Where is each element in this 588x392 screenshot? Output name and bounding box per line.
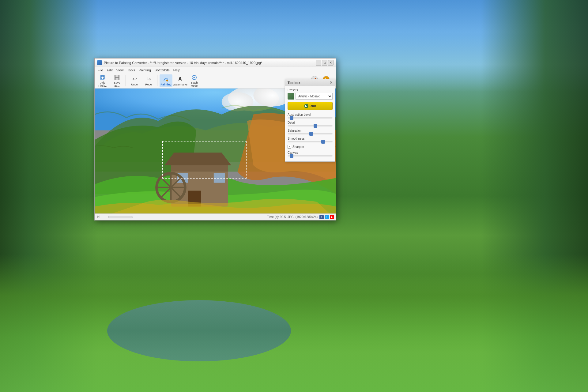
saturation-track (288, 133, 333, 134)
bg-grass (0, 254, 588, 392)
presets-label: Presets (288, 89, 333, 92)
run-label: Run (310, 104, 316, 108)
save-icon (114, 74, 120, 81)
menu-edit[interactable]: Edit (105, 68, 115, 73)
menu-softorbits[interactable]: SoftOrbits (153, 68, 172, 73)
facebook-share-icon[interactable]: f (319, 215, 324, 219)
batch-icon (191, 74, 198, 81)
abstraction-thumb[interactable] (290, 116, 293, 120)
sharpen-row[interactable]: ✓ Sharpen (288, 145, 333, 149)
title-bar-controls: — □ ✕ (316, 60, 334, 66)
status-right: Time (s): 90.5 JPG (1920x1280x24) f t ▶ (267, 215, 334, 219)
dimensions-label: (1920x1280x24) (296, 215, 318, 219)
painting-button[interactable]: Painting (160, 74, 172, 87)
canvas-label: Canvas (288, 151, 333, 154)
canvas-thumb[interactable] (290, 154, 293, 158)
twitter-share-icon[interactable]: t (325, 215, 329, 219)
add-files-button[interactable]: AddFile(s... (96, 74, 109, 88)
toolbox-title: Toolbox (288, 81, 300, 85)
sharpen-label: Sharpen (292, 145, 304, 149)
title-bar-left: Picture to Painting Converter - ****Unre… (97, 60, 262, 65)
toolbox-close-button[interactable]: ✕ (330, 81, 333, 85)
detail-slider-row: Detail (288, 121, 333, 126)
canvas-slider-row: Canvas (288, 151, 333, 156)
menu-tools[interactable]: Tools (125, 68, 137, 73)
batch-mode-label: BatchMode (190, 81, 198, 88)
sharpen-checkbox[interactable]: ✓ (288, 145, 291, 149)
painting-icon (163, 76, 169, 82)
time-label: Time (s): 90.5 (267, 215, 286, 219)
saturation-slider-row: Saturation (288, 129, 333, 134)
abstraction-label: Abstraction Level (288, 113, 333, 116)
undo-button[interactable]: ↩ Undo (128, 74, 141, 87)
preset-select[interactable]: Artistic - Mosaic Watercolor Oil Paint S… (296, 93, 333, 100)
watermarks-icon: A (177, 76, 183, 82)
undo-label: Undo (131, 83, 138, 86)
watermarks-button[interactable]: A Watermarks (174, 74, 187, 87)
redo-icon: ↪ (145, 76, 152, 82)
save-as-button[interactable]: Saveas... (111, 74, 123, 88)
menu-help[interactable]: Help (172, 68, 182, 73)
smoothness-label: Smoothness (288, 137, 333, 140)
preset-row: Artistic - Mosaic Watercolor Oil Paint S… (288, 93, 333, 100)
title-bar: Picture to Painting Converter - ****Unre… (95, 58, 336, 67)
toolbox-panel: Toolbox ✕ Presets Artistic - Mosaic Wate… (285, 79, 335, 162)
svg-rect-1 (101, 75, 105, 79)
svg-rect-19 (214, 173, 225, 183)
save-as-label: Saveas... (114, 81, 120, 88)
add-files-label: AddFile(s... (98, 81, 107, 88)
detail-thumb[interactable] (314, 124, 317, 128)
window-title: Picture to Painting Converter - ****Unre… (104, 61, 262, 65)
status-bar: 1:1 Time (s): 90.5 JPG (1920x1280x24) f … (95, 213, 336, 220)
preset-icon (288, 93, 294, 100)
batch-mode-button[interactable]: BatchMode (188, 74, 201, 88)
close-button[interactable]: ✕ (328, 60, 334, 66)
menu-view[interactable]: View (115, 68, 126, 73)
painting-label: Painting (160, 83, 172, 86)
youtube-share-icon[interactable]: ▶ (330, 215, 334, 219)
toolbar-separator-2 (157, 75, 157, 86)
svg-rect-7 (116, 78, 118, 80)
detail-label: Detail (288, 121, 333, 124)
bg-stream (107, 300, 291, 361)
menu-painting[interactable]: Painting (137, 68, 153, 73)
toolbox-header: Toolbox ✕ (285, 79, 335, 86)
watermarks-label: Watermarks (173, 83, 187, 86)
redo-label: Redo (145, 83, 152, 86)
toolbar-separator-1 (126, 75, 126, 86)
redo-button[interactable]: ↪ Redo (142, 74, 155, 87)
zoom-slider[interactable] (108, 216, 133, 218)
menu-bar: File Edit View Tools Painting SoftOrbits… (95, 67, 336, 73)
svg-rect-15 (171, 165, 228, 172)
maximize-button[interactable]: □ (322, 60, 327, 66)
saturation-thumb[interactable] (309, 132, 313, 136)
run-icon: ▶ (304, 104, 308, 108)
abstraction-track (288, 117, 333, 119)
svg-rect-5 (115, 75, 119, 77)
format-label: JPG (288, 215, 293, 219)
menu-file[interactable]: File (96, 68, 105, 73)
smoothness-track (288, 141, 333, 142)
minimize-button[interactable]: — (316, 60, 321, 66)
smoothness-thumb[interactable] (321, 140, 325, 144)
abstraction-slider-row: Abstraction Level (288, 113, 333, 119)
add-files-icon (100, 74, 106, 81)
toolbox-body: Presets Artistic - Mosaic Watercolor Oil… (285, 86, 335, 161)
smoothness-slider-row: Smoothness (288, 137, 333, 142)
svg-point-8 (166, 80, 168, 81)
zoom-level: 1:1 (96, 215, 106, 219)
undo-icon: ↩ (131, 76, 138, 82)
app-icon (97, 60, 102, 65)
canvas-track (288, 155, 333, 156)
detail-track (288, 125, 333, 126)
run-button[interactable]: ▶ Run (288, 102, 333, 110)
share-icons: f t ▶ (319, 215, 334, 219)
svg-marker-16 (164, 153, 231, 165)
